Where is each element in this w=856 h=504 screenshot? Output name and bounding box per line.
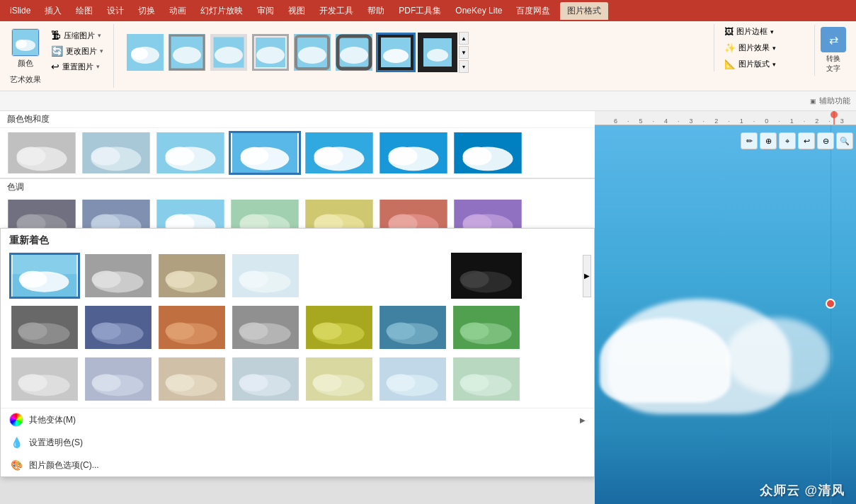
svg-point-82 — [239, 270, 268, 287]
ruler: 6·5·4·3·2·1·0·1·2·3 — [595, 111, 856, 125]
svg-point-20 — [340, 47, 368, 64]
color-wheel-icon — [9, 413, 23, 427]
svg-point-97 — [239, 322, 268, 339]
svg-point-30 — [16, 147, 45, 166]
pic-border-btn[interactable]: 🖼 图片边框 ▾ — [720, 24, 806, 39]
recolor-black[interactable] — [451, 253, 522, 299]
sat-thumb-0[interactable] — [6, 131, 78, 175]
svg-point-112 — [91, 374, 120, 391]
recolor-grid-row2 — [1, 302, 594, 353]
recolor-empty-2 — [377, 253, 448, 299]
pic-style-8[interactable] — [418, 33, 457, 72]
svg-point-36 — [165, 147, 194, 166]
pic-layout-btn[interactable]: 📐 图片版式 ▾ — [720, 57, 806, 71]
menu-devtools[interactable]: 开发工具 — [312, 2, 360, 20]
recolor-light-gray[interactable] — [9, 356, 80, 402]
recolor-dropdown: 重新着色 — [0, 228, 595, 477]
recolor-dark-blue[interactable] — [83, 304, 154, 350]
cursor-handle[interactable] — [826, 299, 835, 309]
app-container: iSlide 插入 绘图 设计 切换 动画 幻灯片放映 审阅 视图 开发工具 帮… — [0, 0, 856, 504]
art-effect-btn[interactable]: 艺术效果 — [7, 73, 44, 86]
convert-btn[interactable]: ⇄ 转换 文字 — [814, 24, 852, 76]
pic-style-4[interactable] — [251, 33, 290, 72]
sat-thumb-3[interactable] — [229, 131, 301, 175]
svg-point-100 — [312, 322, 341, 339]
pic-style-3[interactable] — [209, 33, 249, 72]
change-img-btn[interactable]: 🔄 更改图片 ▾ — [47, 44, 108, 58]
set-transparent-btn[interactable]: 💧 设置透明色(S) — [1, 431, 594, 454]
gallery-expand[interactable]: ▾ — [459, 60, 469, 73]
svg-point-17 — [298, 47, 326, 64]
svg-point-45 — [388, 147, 417, 166]
menu-pdf[interactable]: PDF工具集 — [392, 2, 448, 20]
reset-img-btn[interactable]: ↩ 重置图片 ▾ — [47, 59, 108, 74]
recolor-teal[interactable] — [377, 304, 448, 350]
color-btn[interactable]: 颜色 — [8, 25, 42, 71]
search-icon[interactable]: 🔍 — [836, 132, 853, 149]
aux-function-btn[interactable]: ▣ 辅助功能 — [810, 96, 850, 106]
recolor-light[interactable] — [230, 253, 301, 299]
pic-style-2[interactable] — [167, 33, 207, 72]
menu-view[interactable]: 视图 — [281, 2, 312, 20]
pic-style-7[interactable] — [376, 33, 416, 72]
menu-help[interactable]: 帮助 — [360, 2, 392, 20]
slide-canvas: 众师云 @清风 — [595, 125, 856, 504]
menu-picformat[interactable]: 图片格式 — [560, 2, 608, 20]
sat-thumb-1[interactable] — [80, 131, 152, 175]
saturation-thumbs — [0, 128, 595, 178]
menu-islide[interactable]: iSlide — [3, 3, 38, 18]
pic-effect-btn[interactable]: ✨ 图片效果 ▾ — [720, 40, 806, 55]
menu-draw[interactable]: 绘图 — [69, 2, 100, 20]
picture-styles-group: ▲ ▼ ▾ — [120, 24, 708, 81]
svg-point-27 — [427, 49, 448, 62]
menu-baidu[interactable]: 百度网盘 — [509, 2, 557, 20]
cloud-3 — [726, 318, 831, 395]
recolor-sepia[interactable] — [156, 253, 227, 299]
color-options-btn[interactable]: 🎨 图片颜色选项(C)... — [1, 454, 594, 476]
edit-icon[interactable]: ✏ — [741, 132, 758, 149]
gallery-scroll-up[interactable]: ▲ — [459, 32, 469, 45]
recolor-light-warm[interactable] — [156, 356, 227, 402]
more-variants-btn[interactable]: 其他变体(M) ▶ — [1, 408, 594, 431]
recolor-light-lavender[interactable] — [83, 356, 154, 402]
pic-style-1[interactable] — [125, 33, 165, 72]
recolor-light-mint[interactable] — [451, 356, 522, 402]
move-icon[interactable]: ⌖ — [779, 132, 796, 149]
recolor-mid-gray[interactable] — [230, 304, 301, 350]
svg-point-91 — [91, 322, 120, 339]
pic-style-5[interactable] — [292, 33, 332, 72]
svg-point-33 — [91, 147, 120, 166]
sat-thumb-4[interactable] — [303, 131, 375, 175]
cloud-2 — [600, 318, 731, 403]
menu-review[interactable]: 审阅 — [250, 2, 281, 20]
recolor-scroll[interactable]: ▶ — [583, 255, 591, 297]
menu-transition[interactable]: 切换 — [131, 2, 162, 20]
recolor-green[interactable] — [451, 304, 522, 350]
sat-thumb-6[interactable] — [452, 131, 524, 175]
undo-icon[interactable]: ↩ — [798, 132, 815, 149]
menu-onekey[interactable]: OneKey Lite — [448, 3, 509, 18]
recolor-original[interactable] — [9, 253, 80, 299]
pic-style-6[interactable] — [334, 33, 374, 72]
menu-insert[interactable]: 插入 — [38, 2, 69, 20]
minus-icon[interactable]: ⊖ — [817, 132, 834, 149]
menu-animation[interactable]: 动画 — [162, 2, 193, 20]
svg-point-76 — [91, 270, 120, 287]
sat-thumb-2[interactable] — [154, 131, 227, 175]
recolor-warm-orange[interactable] — [156, 304, 227, 350]
gallery-scroll-down[interactable]: ▼ — [459, 46, 469, 59]
menu-design[interactable]: 设计 — [100, 2, 131, 20]
recolor-light-cool[interactable] — [230, 356, 301, 402]
compress-btn[interactable]: 🗜 压缩图片 ▾ — [47, 28, 108, 42]
svg-point-115 — [165, 374, 194, 391]
sat-thumb-5[interactable] — [377, 131, 450, 175]
svg-point-23 — [383, 49, 409, 63]
menu-slideshow[interactable]: 幻灯片放映 — [193, 2, 250, 20]
recolor-light-sky[interactable] — [377, 356, 448, 402]
recolor-grayscale[interactable] — [83, 253, 154, 299]
svg-point-124 — [386, 374, 415, 391]
recolor-dark-gray[interactable] — [9, 304, 80, 350]
recolor-olive[interactable] — [304, 304, 375, 350]
recolor-light-yellow[interactable] — [304, 356, 375, 402]
zoom-in-icon[interactable]: ⊕ — [760, 132, 777, 149]
